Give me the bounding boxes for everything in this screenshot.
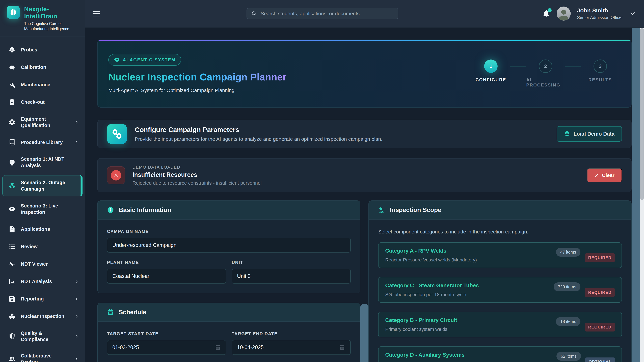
- brand-logo: [7, 6, 20, 19]
- sidebar-item-label: Check-out: [21, 99, 79, 105]
- search-input[interactable]: [260, 11, 394, 16]
- sidebar-item-scenario-3[interactable]: Scenario 3: Live Inspection: [0, 198, 85, 220]
- chevron-right-icon: [74, 140, 79, 145]
- avatar[interactable]: [556, 6, 571, 21]
- sidebar-item-quality-compliance[interactable]: Quality & Compliance: [0, 325, 85, 348]
- plant-name-input[interactable]: [112, 273, 221, 279]
- sidebar-item-check-out[interactable]: Check-out: [0, 93, 85, 111]
- chip-icon: [8, 46, 16, 54]
- plant-name-field[interactable]: [107, 269, 226, 284]
- item-count-badge: 729 items: [554, 282, 580, 291]
- category-description: Risk-based auxiliary components: [385, 361, 465, 362]
- x-icon: [114, 173, 118, 178]
- sidebar-item-maintenance[interactable]: Maintenance: [0, 76, 85, 93]
- sidebar-item-reporting[interactable]: Reporting: [0, 290, 85, 308]
- sidebar-item-collaborative-review[interactable]: Collaborative Review: [0, 348, 85, 362]
- document-icon: [8, 226, 16, 233]
- notifications-button[interactable]: [542, 9, 550, 18]
- sidebar-item-scenario-2[interactable]: Scenario 2: Outage Campaign: [2, 175, 82, 196]
- category-row[interactable]: Category D - Auxiliary Systems Risk-base…: [378, 347, 622, 362]
- card-title: Schedule: [119, 309, 146, 316]
- page-subtitle: Multi-Agent AI System for Optimized Camp…: [108, 87, 472, 93]
- sidebar-item-label: Scenario 2: Outage Campaign: [21, 179, 78, 192]
- error-icon-tile: [107, 166, 125, 184]
- stepper-step[interactable]: 2 AI PROCESSING: [526, 59, 565, 88]
- sidebar-item-label: Procedure Library: [21, 139, 69, 146]
- sidebar-item-procedure-library[interactable]: Procedure Library: [0, 134, 85, 151]
- step-connector: [510, 66, 526, 66]
- load-demo-data-button[interactable]: Load Demo Data: [556, 126, 622, 142]
- requirement-badge: REQUIRED: [585, 323, 615, 332]
- page-scrollbar-thumb[interactable]: [640, 28, 644, 200]
- sidebar-item-label: Maintenance: [21, 82, 79, 88]
- sidebar-item-equipment-qualification[interactable]: Equipment Qualification: [0, 111, 85, 134]
- menu-toggle-button[interactable]: [92, 9, 100, 18]
- step-connector: [565, 66, 581, 66]
- chevron-right-icon: [74, 314, 79, 319]
- alert-title: Insufficient Resources: [132, 171, 262, 178]
- person-icon: [556, 7, 571, 21]
- category-row[interactable]: Category A - RPV Welds Reactor Pressure …: [378, 242, 622, 268]
- sidebar-item-calibration[interactable]: Calibration: [0, 59, 85, 76]
- stepper-step[interactable]: 3 RESULTS: [581, 59, 620, 82]
- wizard-stepper: 1 CONFIGURE 2 AI PROCESSING: [472, 59, 620, 88]
- start-date-label: TARGET START DATE: [107, 331, 226, 336]
- category-description: Primary coolant system welds: [385, 327, 457, 332]
- requirement-badge: OPTIONAL: [585, 358, 615, 362]
- demo-data-alert: DEMO DATA LOADED: Insufficient Resources…: [97, 158, 632, 192]
- unit-field[interactable]: [232, 269, 351, 284]
- sidebar-item-ndt-viewer[interactable]: NDT Viewer: [0, 255, 85, 273]
- microscope-icon: [378, 206, 385, 214]
- alert-description: Rejected due to resource constraints - i…: [132, 180, 262, 186]
- page-scrollbar-track[interactable]: [640, 28, 644, 362]
- column-scrollbar-thumb[interactable]: [360, 304, 368, 362]
- section-subtitle: Provide the input parameters for the AI …: [135, 136, 382, 142]
- gears-icon: [111, 128, 122, 139]
- sidebar-item-label: Scenario 3: Live Inspection: [21, 203, 79, 215]
- sidebar-item-ndt-analysis[interactable]: NDT Analysis: [0, 273, 85, 290]
- error-circle: [111, 170, 121, 180]
- unit-input[interactable]: [237, 273, 346, 279]
- campaign-name-field[interactable]: [107, 238, 351, 253]
- end-date-input[interactable]: [237, 345, 336, 351]
- sidebar-item-probes[interactable]: Probes: [0, 41, 85, 59]
- x-icon: [594, 173, 599, 177]
- start-date-field[interactable]: [107, 340, 226, 355]
- sidebar-item-review[interactable]: Review: [0, 238, 85, 255]
- chevron-right-icon: [74, 334, 79, 339]
- scope-instruction: Select component categories to include i…: [378, 229, 622, 235]
- checklist-icon: [8, 243, 16, 250]
- stepper-step[interactable]: 1 CONFIGURE: [472, 59, 510, 82]
- robot-icon: [8, 159, 16, 166]
- category-title: Category B - Primary Circuit: [385, 317, 457, 323]
- content-scrollbar-track[interactable]: [632, 28, 640, 362]
- clear-button[interactable]: Clear: [587, 168, 622, 182]
- item-count-badge: 18 items: [556, 317, 580, 326]
- step-number: 1: [484, 59, 498, 73]
- category-description: SG tube inspection per 18-month cycle: [385, 292, 479, 297]
- category-title: Category A - RPV Welds: [385, 248, 477, 254]
- sidebar-item-applications[interactable]: Applications: [0, 221, 85, 238]
- topbar: John Smith Senior Admission Officer: [85, 0, 644, 27]
- category-row[interactable]: Category C - Steam Generator Tubes SG tu…: [378, 277, 622, 303]
- chevron-right-icon: [74, 357, 79, 362]
- item-count-badge: 47 items: [556, 248, 580, 257]
- requirement-badge: REQUIRED: [585, 288, 615, 297]
- calendar-icon[interactable]: [215, 345, 221, 351]
- category-row[interactable]: Category B - Primary Circuit Primary coo…: [378, 312, 622, 337]
- step-label: AI PROCESSING: [526, 77, 565, 88]
- calendar-icon[interactable]: [339, 345, 345, 351]
- campaign-name-input[interactable]: [112, 242, 345, 248]
- database-icon: [564, 131, 570, 137]
- sidebar-item-scenario-1[interactable]: Scenario 1: AI NDT Analysis: [0, 151, 85, 174]
- sidebar-item-nuclear-inspection[interactable]: Nuclear Inspection: [0, 308, 85, 325]
- chevron-down-icon[interactable]: [629, 10, 636, 17]
- start-date-input[interactable]: [112, 345, 211, 351]
- gears-icon-tile: [107, 124, 127, 144]
- people-icon: [8, 356, 16, 362]
- hero-banner: AI AGENTIC SYSTEM Nuclear Inspection Cam…: [97, 39, 632, 108]
- end-date-field[interactable]: [232, 340, 351, 355]
- category-title: Category D - Auxiliary Systems: [385, 352, 465, 358]
- chart-icon: [8, 278, 16, 285]
- radiation-icon: [8, 182, 16, 190]
